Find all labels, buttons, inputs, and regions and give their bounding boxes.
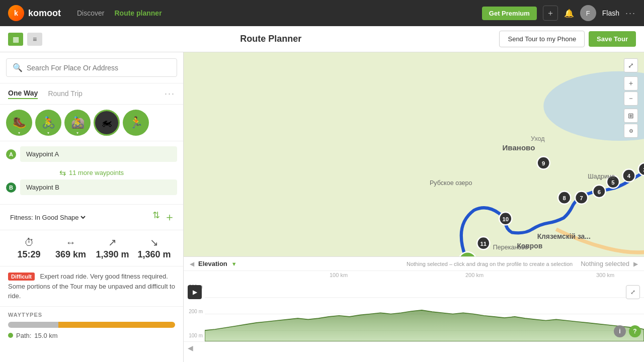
nav-right: Get Premium ＋ 🔔 F Flash ··· [482, 5, 636, 21]
stat-descent: ↘ 1,360 m [133, 236, 175, 260]
fitness-select[interactable]: Fitness: In Good Shape [8, 213, 87, 222]
svg-text:11: 11 [480, 241, 487, 247]
svg-text:Иваново: Иваново [502, 143, 535, 152]
search-area: 🔍 [0, 52, 183, 83]
view-list-button[interactable]: ≡ [27, 33, 42, 46]
svg-text:8: 8 [563, 195, 566, 201]
play-icon: ▶ [193, 289, 197, 296]
map-container[interactable]: A B 1 2 3 4 5 6 7 8 [184, 52, 644, 362]
activity-cycling[interactable]: 🚴 ▾ [35, 110, 61, 136]
nav-discover[interactable]: Discover [77, 9, 104, 17]
tab-round-trip[interactable]: Round Trip [48, 89, 82, 99]
stat-time-value: 15:29 [8, 249, 50, 260]
waypoint-a-input[interactable] [20, 146, 177, 162]
zoom-in-button[interactable]: ＋ [624, 76, 638, 90]
search-box[interactable]: 🔍 [6, 58, 177, 77]
top-navigation: k komoot Discover Route planner Get Prem… [0, 0, 644, 26]
ascent-icon: ↗ [92, 236, 133, 248]
nav-links: Discover Route planner [77, 9, 162, 17]
stat-descent-value: 1,360 m [133, 249, 175, 260]
elevation-hint: Nothing selected – click and drag on the… [407, 261, 573, 267]
waytype-path-label: Path: [16, 332, 31, 339]
activity-row: 🥾 ▾ 🚴 ▾ 🚵 ▾ 🏍 🏃 [0, 105, 183, 141]
notifications-icon[interactable]: 🔔 [564, 9, 574, 18]
elevation-chart [205, 281, 644, 341]
logo[interactable]: k komoot [8, 5, 61, 21]
premium-button[interactable]: Get Premium [482, 7, 537, 20]
distance-icon: ↔ [50, 237, 92, 248]
more-menu-button[interactable]: ··· [625, 8, 636, 19]
chevron-down-icon: ▾ [6, 131, 32, 135]
logo-icon: k [8, 5, 24, 21]
y-label-200: 200 m [184, 309, 205, 314]
scroll-right-icon[interactable]: ▶ [633, 260, 638, 267]
svg-text:Уход: Уход [531, 135, 545, 142]
scroll-left-icon[interactable]: ◀ [190, 260, 194, 267]
toolbar: ▦ ≡ Route Planner Send Tour to my Phone … [0, 26, 644, 52]
expand-icon: ⤢ [630, 289, 635, 296]
left-panel: 🔍 One Way Round Trip ··· 🥾 ▾ 🚴 ▾ 🚵 ▾ [0, 52, 184, 362]
route-more-button[interactable]: ··· [165, 88, 175, 99]
help-icon: ? [633, 328, 636, 335]
add-waypoint-icon[interactable]: ＋ [164, 210, 175, 225]
nothing-selected-label: Nothing selected [581, 260, 629, 267]
waytypes-bar [8, 322, 175, 328]
waypoint-a-row: A [6, 146, 177, 162]
play-button[interactable]: ▶ [188, 285, 202, 299]
waytypes-section: WAYTYPES Path: 15.0 km [0, 307, 183, 344]
more-waypoints-button[interactable]: ⇆ 11 more waypoints [6, 166, 177, 179]
username: Flash [602, 9, 619, 17]
search-input[interactable] [27, 64, 171, 72]
difficulty-section: Difficult Expert road ride. Very good fi… [0, 266, 183, 307]
waypoint-a-label: A [6, 149, 16, 159]
app-name: komoot [28, 8, 61, 19]
page-title: Route Planner [46, 34, 495, 44]
waypoint-b-input[interactable] [20, 179, 177, 195]
km-300-label: 300 km [596, 272, 614, 278]
stat-time: ⏱ 15:29 [8, 237, 50, 260]
nav-route-planner[interactable]: Route planner [114, 9, 162, 17]
waypoint-b-row: B [6, 179, 177, 195]
elevation-chart-area: ▶ ⤢ 300 m 200 m 100 m [184, 281, 644, 341]
activity-mtb[interactable]: 🚵 ▾ [64, 110, 91, 136]
help-button[interactable]: ? [629, 325, 641, 337]
layers-button[interactable]: ⊞ [624, 109, 638, 123]
descent-icon: ↘ [133, 236, 175, 248]
view-split-button[interactable]: ▦ [8, 33, 23, 46]
add-button[interactable]: ＋ [543, 6, 558, 21]
zoom-out-button[interactable]: － [624, 92, 638, 106]
stat-ascent: ↗ 1,390 m [92, 236, 133, 260]
svg-text:Кляземскій за...: Кляземскій за... [537, 232, 591, 240]
fullscreen-button[interactable]: ⤢ [624, 58, 638, 72]
svg-text:Шадрино: Шадрино [588, 173, 615, 180]
chevron-down-icon: ▾ [64, 131, 91, 135]
avatar[interactable]: F [580, 5, 596, 21]
difficulty-badge: Difficult [8, 273, 35, 281]
activity-road[interactable]: 🏍 [94, 110, 120, 136]
waypoints-icon: ⇆ [59, 168, 66, 177]
svg-text:4: 4 [627, 173, 631, 179]
sort-icon[interactable]: ⇅ [152, 210, 160, 225]
save-tour-button[interactable]: Save Tour [589, 31, 636, 47]
send-tour-button[interactable]: Send Tour to my Phone [499, 31, 585, 47]
svg-text:Переканово: Переканово [493, 244, 528, 251]
waypoint-b-label: B [6, 183, 16, 193]
elevation-header: ◀ Elevation ▼ Nothing selected – click a… [184, 257, 644, 271]
settings-button[interactable]: ⚙ [624, 124, 638, 138]
expand-chart-button[interactable]: ⤢ [626, 285, 640, 299]
svg-text:10: 10 [502, 216, 509, 222]
info-button[interactable]: i [614, 325, 626, 337]
activity-hiking[interactable]: 🥾 ▾ [6, 110, 32, 136]
fitness-row: Fitness: In Good Shape ⇅ ＋ [0, 205, 183, 230]
y-label-100: 100 m [184, 333, 205, 338]
elevation-dropdown[interactable]: ▼ [231, 261, 237, 267]
km-200-label: 200 km [465, 272, 484, 278]
tab-one-way[interactable]: One Way [8, 89, 38, 99]
elevation-scroll-left[interactable]: ◀ [188, 344, 193, 352]
waytype-path [58, 322, 175, 328]
activity-running[interactable]: 🏃 [123, 110, 149, 136]
stats-row: ⏱ 15:29 ↔ 369 km ↗ 1,390 m ↘ 1,360 m [0, 230, 183, 266]
waytype-path-value: 15.0 km [34, 332, 57, 339]
svg-text:6: 6 [598, 189, 601, 195]
stat-distance: ↔ 369 km [50, 237, 92, 260]
